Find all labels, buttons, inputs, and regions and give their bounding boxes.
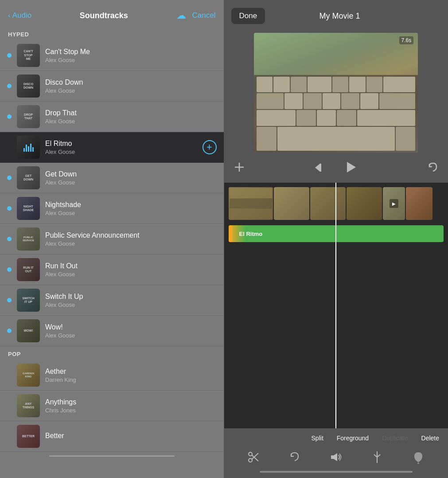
video-clip-5[interactable]: ▶ [383, 187, 405, 220]
svg-line-12 [377, 454, 380, 457]
track-list: HYPED CAN'TSTOPME Can't Stop Me Alex Goo… [0, 27, 224, 478]
track-info-public: Public Service Announcement Alex Goose [45, 231, 217, 247]
track-thumb-wow: WOW! [17, 319, 40, 342]
track-item-run-it-out[interactable]: RUN ITOUT Run It Out Alex Goose [0, 255, 224, 285]
track-info-anythings: Anythings Chris Jones [45, 398, 217, 414]
track-name: Aether [45, 368, 217, 376]
video-clip-4[interactable] [347, 187, 382, 220]
track-info-switch: Switch It Up Alex Goose [45, 293, 217, 308]
playing-dot [7, 84, 12, 88]
track-artist: Alex Goose [45, 179, 217, 186]
playing-dot [7, 114, 12, 119]
track-info-get-down: Get Down Alex Goose [45, 170, 217, 186]
playing-dot [7, 206, 12, 211]
track-item-cant-stop-me[interactable]: CAN'TSTOPME Can't Stop Me Alex Goose [0, 40, 224, 71]
left-header: ‹ Audio Soundtracks ☁ Cancel [0, 0, 224, 27]
track-info-disco: Disco Down Alex Goose [45, 78, 217, 94]
duplicate-button[interactable]: Duplicate [382, 435, 408, 442]
chevron-left-icon: ‹ [8, 11, 11, 20]
music-clip-handle[interactable] [229, 225, 232, 242]
track-info-better: Better [45, 432, 217, 441]
track-info-wow: Wow! Alex Goose [45, 323, 217, 339]
video-clip-1[interactable] [229, 187, 273, 220]
track-artist: Darren King [45, 376, 217, 383]
track-name: Switch It Up [45, 293, 217, 301]
track-artist: Chris Jones [45, 407, 217, 414]
track-item-better[interactable]: BETTER Better [0, 421, 224, 452]
track-name: Public Service Announcement [45, 231, 217, 239]
playing-dot [7, 329, 12, 333]
playing-dot [7, 145, 12, 149]
track-item-get-down[interactable]: GETDOWN Get Down Alex Goose [0, 163, 224, 193]
scissors-button[interactable] [247, 451, 260, 464]
playing-dot [7, 373, 12, 377]
svg-marker-9 [331, 453, 337, 461]
track-item-disco-down[interactable]: DISCODOWN Disco Down Alex Goose [0, 71, 224, 102]
playing-bars-icon [23, 143, 34, 152]
right-header: Done My Movie 1 [224, 0, 448, 28]
add-media-button[interactable] [233, 161, 245, 176]
track-thumb-drop: DROPTHAT [17, 105, 40, 128]
track-artist: Alex Goose [45, 271, 217, 278]
done-button[interactable]: Done [231, 8, 265, 24]
timeline-scrollbar[interactable] [260, 471, 413, 473]
track-thumb-get-down: GETDOWN [17, 166, 40, 189]
track-thumb-better: BETTER [17, 425, 40, 448]
bottom-icons [233, 449, 440, 467]
track-thumb-nightshade: NIGHTSHADE [17, 197, 40, 220]
cancel-button[interactable]: Cancel [192, 11, 216, 20]
playing-dot [7, 267, 12, 272]
split-button[interactable]: Split [312, 435, 323, 442]
track-item-drop-that[interactable]: DROPTHAT Drop That Alex Goose [0, 102, 224, 132]
track-thumb-cant-stop: CAN'TSTOPME [17, 44, 40, 67]
movie-title: My Movie 1 [265, 12, 414, 21]
track-item-switch-it-up[interactable]: SWITCHIT UP Switch It Up Alex Goose [0, 285, 224, 316]
playing-dot [7, 434, 12, 439]
volume-button[interactable] [329, 451, 343, 464]
svg-marker-4 [347, 162, 356, 172]
playing-dot [7, 53, 12, 58]
foreground-button[interactable]: Foreground [337, 435, 369, 442]
svg-rect-3 [320, 164, 321, 172]
video-clip-3[interactable] [310, 187, 346, 220]
video-clip-6[interactable] [406, 187, 432, 220]
rewind-button[interactable] [314, 162, 326, 176]
track-item-aether[interactable]: GARDENKING Aether Darren King [0, 360, 224, 391]
back-button[interactable]: ‹ Audio [8, 11, 31, 20]
add-track-button[interactable]: + [203, 140, 217, 154]
track-artist: Alex Goose [45, 240, 217, 247]
transport-bar [224, 155, 448, 183]
track-item-el-ritmo[interactable]: El Ritmo Alex Goose + [0, 132, 224, 163]
track-thumb-public: PUBLICSERVICE [17, 227, 40, 251]
delete-button[interactable]: Delete [421, 435, 439, 442]
split-timeline-button[interactable] [370, 451, 384, 464]
track-name: Wow! [45, 323, 217, 331]
track-artist: Alex Goose [45, 332, 217, 339]
svg-line-11 [374, 454, 377, 457]
track-info-el-ritmo: El Ritmo Alex Goose [45, 140, 197, 155]
undo-button[interactable] [427, 161, 439, 176]
track-info-drop: Drop That Alex Goose [45, 109, 217, 125]
svg-point-6 [249, 452, 252, 456]
undo-timeline-button[interactable] [288, 451, 301, 464]
track-thumb-anythings: ANYTHINGS [17, 394, 40, 417]
track-artist: Alex Goose [45, 87, 217, 94]
playing-dot [7, 298, 12, 302]
video-clip-2[interactable] [274, 187, 309, 220]
cloud-icon[interactable]: ☁ [176, 10, 186, 21]
track-item-wow[interactable]: WOW! Wow! Alex Goose [0, 316, 224, 346]
left-panel: ‹ Audio Soundtracks ☁ Cancel HYPED CAN'T… [0, 0, 224, 478]
track-artist: Alex Goose [45, 210, 217, 216]
right-panel: Done My Movie 1 [224, 0, 448, 478]
play-button[interactable] [343, 160, 358, 177]
header-actions: ☁ Cancel [176, 10, 216, 21]
track-item-anythings[interactable]: ANYTHINGS Anythings Chris Jones [0, 391, 224, 421]
delete-timeline-button[interactable] [412, 451, 425, 464]
track-item-public-service[interactable]: PUBLICSERVICE Public Service Announcemen… [0, 224, 224, 255]
track-artist: Alex Goose [45, 302, 217, 308]
back-label: Audio [12, 11, 31, 20]
track-name: Drop That [45, 109, 217, 117]
track-name: Disco Down [45, 78, 217, 86]
track-info-nightshade: Nightshade Alex Goose [45, 201, 217, 216]
track-item-nightshade[interactable]: NIGHTSHADE Nightshade Alex Goose [0, 193, 224, 224]
